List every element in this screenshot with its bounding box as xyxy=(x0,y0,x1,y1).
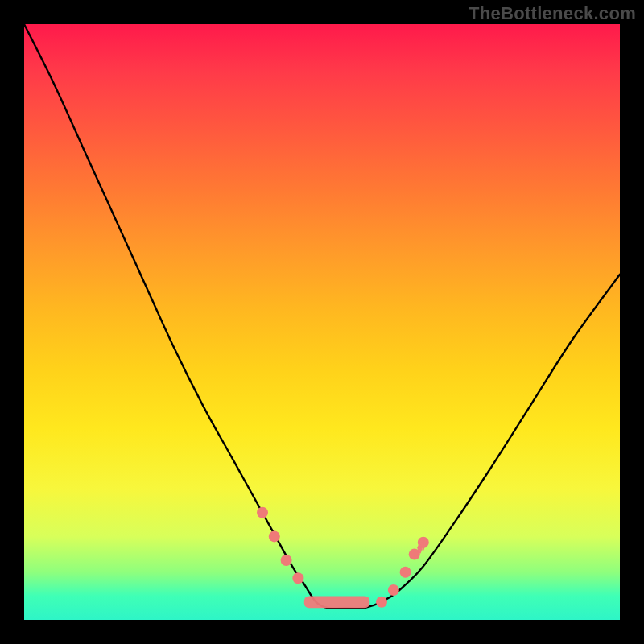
highlight-dot xyxy=(400,567,411,578)
highlight-dot xyxy=(376,597,387,608)
plot-area xyxy=(24,24,620,620)
highlight-dot xyxy=(269,530,280,542)
highlight-dots xyxy=(257,507,429,608)
highlight-dot xyxy=(257,507,268,518)
highlight-dot xyxy=(281,555,292,566)
chart-frame: TheBottleneck.com xyxy=(0,0,644,644)
plateau-highlight xyxy=(304,596,369,608)
watermark-text: TheBottleneck.com xyxy=(469,3,636,24)
bottleneck-curve-svg xyxy=(24,24,620,620)
highlight-dot xyxy=(292,572,303,584)
bottleneck-curve-path xyxy=(24,24,620,609)
highlight-dot xyxy=(388,584,399,596)
